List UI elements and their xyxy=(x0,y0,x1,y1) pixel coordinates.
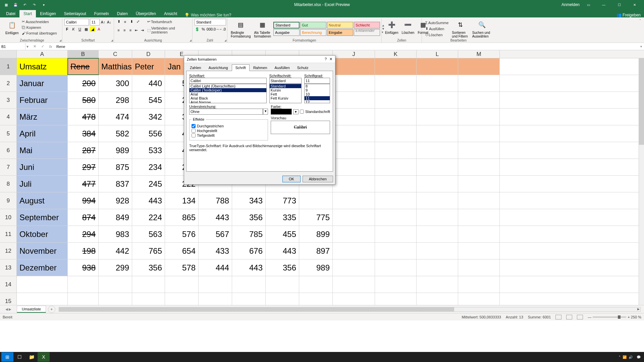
cell[interactable]: 356 xyxy=(132,259,165,276)
dlg-tab-ausrichtung[interactable]: Ausrichtung xyxy=(205,64,232,71)
cell[interactable]: 474 xyxy=(99,109,132,125)
style-list[interactable]: Standard Kursiv Fett Fett Kursiv xyxy=(269,84,302,103)
tab-datei[interactable]: Datei xyxy=(2,10,19,17)
style-schlecht[interactable]: Schlecht xyxy=(354,22,380,28)
cell[interactable]: 294 xyxy=(68,226,99,242)
row-header[interactable]: 5 xyxy=(0,125,17,142)
cell[interactable] xyxy=(333,75,375,92)
fill-button[interactable]: ⬇ Ausfüllen xyxy=(424,26,450,32)
size-input[interactable] xyxy=(304,78,330,84)
select-all-corner[interactable] xyxy=(0,50,17,58)
cell[interactable] xyxy=(458,58,500,75)
row-header[interactable]: 12 xyxy=(0,243,17,259)
cell[interactable]: 545 xyxy=(132,92,165,108)
cell[interactable] xyxy=(458,159,500,175)
cell[interactable] xyxy=(417,75,458,92)
cell[interactable]: 343 xyxy=(232,192,266,209)
cell[interactable] xyxy=(458,276,500,293)
col-J[interactable]: J xyxy=(333,50,375,58)
align-top-icon[interactable]: ⬆ xyxy=(116,19,121,24)
row-header[interactable]: 14 xyxy=(0,276,17,293)
cell[interactable]: 443 xyxy=(199,209,232,226)
cell[interactable]: 433 xyxy=(199,243,232,259)
cell[interactable] xyxy=(17,276,68,293)
undo-icon[interactable]: ↶ xyxy=(21,1,29,8)
format-painter-button[interactable]: 🖌 Format übertragen xyxy=(20,31,58,36)
shrink-font-icon[interactable]: A↓ xyxy=(107,19,112,25)
cell[interactable] xyxy=(266,293,299,305)
indent-dec-icon[interactable]: ⇤ xyxy=(134,27,139,33)
cell[interactable] xyxy=(458,92,500,108)
add-sheet-icon[interactable]: + xyxy=(48,306,55,313)
cell[interactable]: 989 xyxy=(299,259,333,276)
cell[interactable]: 578 xyxy=(165,259,199,276)
col-A[interactable]: A xyxy=(17,50,68,58)
style-erklaer[interactable]: Erklärender ... xyxy=(354,29,380,36)
cell[interactable] xyxy=(417,243,458,259)
expand-formula-icon[interactable]: ▾ xyxy=(638,45,644,48)
cell[interactable] xyxy=(375,159,417,175)
cell[interactable]: Peter xyxy=(132,58,165,75)
row-header[interactable]: 9 xyxy=(0,192,17,209)
cell[interactable]: 994 xyxy=(68,192,99,209)
cell[interactable] xyxy=(333,293,375,305)
ok-button[interactable]: OK xyxy=(282,176,301,182)
comma-icon[interactable]: 000 xyxy=(207,26,212,32)
cell[interactable]: 342 xyxy=(132,109,165,125)
align-left-icon[interactable]: ≡ xyxy=(116,27,121,33)
align-bottom-icon[interactable]: ⬇ xyxy=(129,19,134,24)
wrap-text-button[interactable]: ↩ Textumbruch xyxy=(146,19,173,24)
dlg-tab-ausfuellen[interactable]: Ausfüllen xyxy=(271,64,293,71)
col-K[interactable]: K xyxy=(375,50,417,58)
cell[interactable] xyxy=(417,226,458,242)
col-C[interactable]: C xyxy=(99,50,132,58)
row-header[interactable]: 10 xyxy=(0,209,17,226)
italic-icon[interactable]: K xyxy=(71,26,76,32)
row-header[interactable]: 4 xyxy=(0,109,17,125)
cell[interactable] xyxy=(333,259,375,276)
enter-formula-icon[interactable]: ✓ xyxy=(40,44,46,50)
fx-icon[interactable]: fx xyxy=(48,44,54,50)
cell[interactable]: 335 xyxy=(266,209,299,226)
insert-cells-button[interactable]: ➕Einfügen xyxy=(384,19,399,35)
cell[interactable] xyxy=(99,276,132,293)
row-header[interactable]: 11 xyxy=(0,226,17,242)
style-input[interactable] xyxy=(269,78,302,84)
cell[interactable]: 477 xyxy=(68,176,99,192)
cell[interactable] xyxy=(458,125,500,142)
cell[interactable] xyxy=(333,159,375,175)
sheet-tab[interactable]: Umsatzliste xyxy=(17,306,46,313)
cell[interactable] xyxy=(375,259,417,276)
font-list[interactable]: Calibri Light (Überschriften) Calibri (T… xyxy=(189,84,267,103)
style-berechnung[interactable]: Berechnung xyxy=(300,29,326,36)
cell[interactable]: 775 xyxy=(299,209,333,226)
cut-button[interactable]: ✂ Ausschneiden xyxy=(20,19,58,24)
cell[interactable] xyxy=(333,226,375,242)
cell[interactable]: 576 xyxy=(165,226,199,242)
cell[interactable] xyxy=(375,243,417,259)
font-size-combo[interactable]: 11 xyxy=(90,19,100,25)
cell[interactable]: Januar xyxy=(17,75,68,92)
cell[interactable]: 897 xyxy=(299,243,333,259)
cell[interactable] xyxy=(299,276,333,293)
cell[interactable]: 224 xyxy=(132,209,165,226)
underline-icon[interactable]: U xyxy=(77,26,83,32)
cell[interactable]: 785 xyxy=(232,226,266,242)
sort-filter-button[interactable]: ⇅Sortieren und Filtern xyxy=(450,19,470,39)
cell[interactable]: Dezember xyxy=(17,259,68,276)
horizontal-scrollbar[interactable]: ◀▶ xyxy=(59,307,641,312)
dialog-close-icon[interactable]: ✕ xyxy=(329,57,332,61)
cell[interactable] xyxy=(417,209,458,226)
cell[interactable]: Umsatz xyxy=(17,58,68,75)
cell[interactable] xyxy=(132,276,165,293)
cell[interactable]: 865 xyxy=(165,209,199,226)
col-L[interactable]: L xyxy=(417,50,458,58)
superscript-check[interactable]: Hochgestellt xyxy=(192,129,266,133)
cell[interactable]: 442 xyxy=(99,243,132,259)
cell[interactable]: 234 xyxy=(132,159,165,175)
cell[interactable]: 356 xyxy=(232,209,266,226)
cell[interactable] xyxy=(417,109,458,125)
style-neutral[interactable]: Neutral xyxy=(327,22,353,28)
cell[interactable] xyxy=(458,109,500,125)
cell[interactable]: September xyxy=(17,209,68,226)
